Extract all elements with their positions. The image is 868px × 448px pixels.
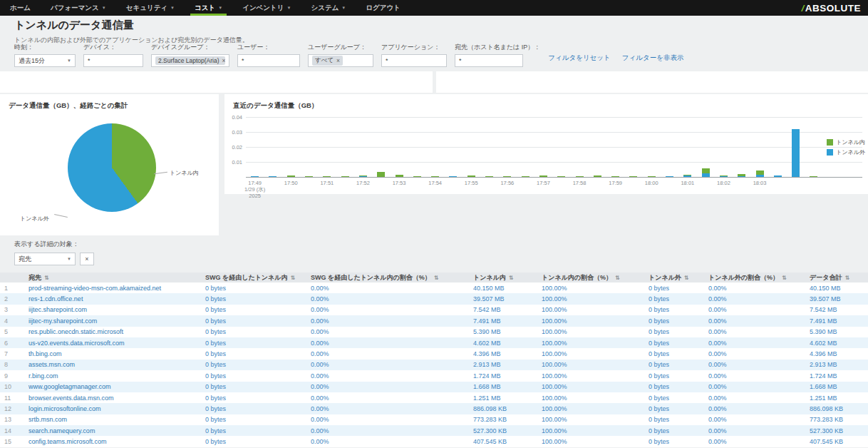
bar-segment xyxy=(774,175,782,177)
pie-chart-title: データ通信量（GB）、経路ごとの集計 xyxy=(0,94,219,111)
tunnel-in-percent: 100.00% xyxy=(537,360,644,370)
bar-segment xyxy=(720,176,728,177)
tunnel-out-percent: 0.00% xyxy=(704,382,805,392)
chip-remove-icon[interactable]: × xyxy=(336,57,340,64)
tunnel-in-percent: 100.00% xyxy=(537,370,644,381)
destination-link[interactable]: login.microsoftonline.com xyxy=(24,403,201,414)
destination-link[interactable]: srtb.msn.com xyxy=(24,414,201,425)
bar-chart-panel: 直近のデータ通信量（GB） 0.010.020.030.0417:491/29 … xyxy=(224,94,868,194)
destination-link[interactable]: th.bing.com xyxy=(24,348,201,359)
column-header-1[interactable]: 宛先⇅ xyxy=(24,273,201,282)
destination-link[interactable]: res-1.cdn.office.net xyxy=(24,293,201,304)
swg-tunnel-in-percent: 0.00% xyxy=(306,436,469,447)
column-header-7[interactable]: トンネル外の割合（%）⇅ xyxy=(704,273,805,282)
table-row: 7th.bing.com0 bytes0.00%4.396 MB100.00%0… xyxy=(0,348,868,359)
user-group-chip[interactable]: すべて× xyxy=(312,56,343,66)
swg-tunnel-in-value: 0 bytes xyxy=(201,315,306,326)
bar-18:04:30 xyxy=(810,176,817,177)
destination-link[interactable]: config.teams.microsoft.com xyxy=(24,436,201,447)
legend-item-トンネル外[interactable]: トンネル外 xyxy=(827,148,865,156)
device-group-input[interactable]: 2.Surface Laptop(Aria)× xyxy=(151,54,229,67)
nav-item-システム[interactable]: システム▼ xyxy=(301,0,356,16)
detail-select[interactable]: 宛先▼ xyxy=(14,253,76,265)
x-axis-tick-label: 17:56 xyxy=(488,180,527,186)
nav-item-ホーム[interactable]: ホーム xyxy=(0,0,41,16)
swg-tunnel-in-value: 0 bytes xyxy=(201,436,306,447)
page-title: トンネルのデータ通信量 xyxy=(14,19,249,32)
nav-item-パフォーマンス[interactable]: パフォーマンス▼ xyxy=(41,0,116,16)
time-select[interactable]: 過去15分▼ xyxy=(14,54,76,67)
nav-item-ログアウト[interactable]: ログアウト xyxy=(356,0,410,16)
chevron-down-icon: ▼ xyxy=(67,58,71,63)
swg-tunnel-in-value: 0 bytes xyxy=(201,348,306,359)
destination-link[interactable]: prod-streaming-video-msn-com.akamaized.n… xyxy=(24,282,201,293)
legend-label: トンネル内 xyxy=(836,138,865,146)
filter-user-label: ユーザー： xyxy=(237,43,300,52)
chip-remove-icon[interactable]: × xyxy=(222,57,225,64)
x-axis-tick-label: 18:02 xyxy=(704,180,743,186)
gridline xyxy=(246,117,862,118)
swg-tunnel-in-percent: 0.00% xyxy=(306,305,469,315)
bar-17:59:00 xyxy=(611,176,619,177)
tunnel-out-value: 0 bytes xyxy=(644,327,704,337)
row-index: 14 xyxy=(0,425,24,436)
chart-legend: トンネル内トンネル外 xyxy=(827,138,865,158)
tunnel-in-value: 773.283 KB xyxy=(469,414,537,425)
destination-link[interactable]: iijtec-my.sharepoint.com xyxy=(24,315,201,326)
nav-item-コスト[interactable]: コスト▼ xyxy=(185,0,232,16)
nav-item-セキュリティ[interactable]: セキュリティ▼ xyxy=(116,0,185,16)
bar-18:02:30 xyxy=(738,174,745,177)
bar-segment xyxy=(738,176,745,177)
gridline xyxy=(246,147,862,148)
tunnel-out-value: 0 bytes xyxy=(644,282,704,293)
row-index: 5 xyxy=(0,327,24,337)
device-group-chip[interactable]: 2.Surface Laptop(Aria)× xyxy=(155,56,225,65)
column-header-4[interactable]: トンネル内⇅ xyxy=(469,273,537,282)
destination-link[interactable]: browser.events.data.msn.com xyxy=(24,392,201,403)
tunnel-out-percent: 0.00% xyxy=(704,414,805,425)
swg-tunnel-in-percent: 0.00% xyxy=(306,382,469,392)
data-total-value: 773.283 KB xyxy=(805,414,868,425)
tunnel-in-percent: 100.00% xyxy=(537,282,644,293)
row-index: 3 xyxy=(0,305,24,315)
sort-icon: ⇅ xyxy=(615,275,620,281)
bar-17:57:30 xyxy=(557,176,565,177)
column-header-8[interactable]: データ合計⇅ xyxy=(805,273,868,282)
user-group-input[interactable]: すべて× xyxy=(308,54,373,67)
user-input[interactable]: * xyxy=(237,54,300,67)
bar-segment xyxy=(467,175,475,177)
destination-link[interactable]: iijtec.sharepoint.com xyxy=(24,305,201,315)
bar-segment xyxy=(323,176,331,177)
legend-label: トンネル外 xyxy=(836,148,865,156)
bar-segment xyxy=(629,176,637,177)
device-input[interactable]: * xyxy=(83,54,143,67)
swg-tunnel-in-percent: 0.00% xyxy=(306,414,469,425)
tunnel-out-percent: 0.00% xyxy=(704,370,805,381)
swg-tunnel-in-percent: 0.00% xyxy=(306,348,469,359)
destination-link[interactable]: res.public.onecdn.static.microsoft xyxy=(24,327,201,337)
detail-clear-button[interactable]: × xyxy=(80,253,94,265)
destination-link[interactable]: r.bing.com xyxy=(24,370,201,381)
legend-item-トンネル内[interactable]: トンネル内 xyxy=(827,138,865,146)
table-row: 8assets.msn.com0 bytes0.00%2.913 MB100.0… xyxy=(0,360,868,370)
bar-17:49:00 xyxy=(251,176,259,177)
destination-link[interactable]: www.googletagmanager.com xyxy=(24,382,201,392)
column-header-5[interactable]: トンネル内の割合（%）⇅ xyxy=(537,273,644,282)
nav-item-インベントリ[interactable]: インベントリ▼ xyxy=(232,0,301,16)
bar-segment xyxy=(287,175,295,177)
destination-link[interactable]: us-v20.events.data.microsoft.com xyxy=(24,337,201,348)
application-input[interactable]: * xyxy=(381,54,447,67)
hide-filters-link[interactable]: フィルターを非表示 xyxy=(622,54,684,63)
bar-segment xyxy=(666,176,673,177)
tunnel-out-percent: 0.00% xyxy=(704,315,805,326)
destination-input[interactable]: * xyxy=(455,54,523,67)
destination-link[interactable]: search.namequery.com xyxy=(24,425,201,436)
column-header-3[interactable]: SWG を経由したトンネル内の割合（%）⇅ xyxy=(306,273,469,282)
row-index: 12 xyxy=(0,403,24,414)
destination-link[interactable]: assets.msn.com xyxy=(24,360,201,370)
column-header-6[interactable]: トンネル外⇅ xyxy=(644,273,704,282)
column-header-2[interactable]: SWG を経由したトンネル内⇅ xyxy=(201,273,306,282)
tunnel-out-percent: 0.00% xyxy=(704,425,805,436)
column-header-index xyxy=(0,273,24,282)
reset-filters-link[interactable]: フィルタをリセット xyxy=(548,54,611,63)
